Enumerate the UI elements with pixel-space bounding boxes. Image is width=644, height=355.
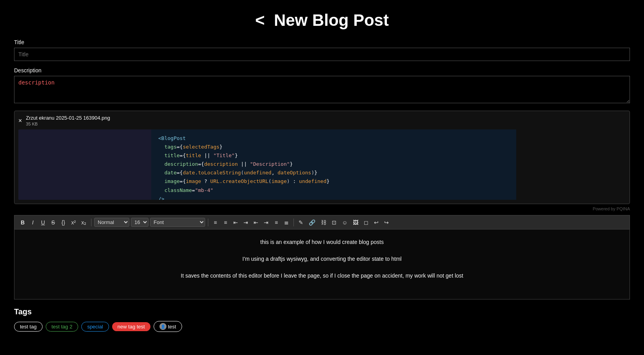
page-title: < New Blog Post: [0, 11, 644, 30]
title-input[interactable]: [14, 48, 630, 61]
tag-item-0[interactable]: test tag: [14, 322, 43, 332]
indent-decrease-button[interactable]: ⇤: [231, 219, 240, 226]
image-filesize: 35 KB: [26, 122, 110, 126]
powered-by-label: Powered by PQINA: [14, 206, 630, 211]
editor-paragraph-3: It saves the contents of this editor bef…: [26, 271, 618, 281]
image-preview: <BlogPost tags={selectedTags} title={tit…: [18, 129, 626, 200]
redo-button[interactable]: ↪: [382, 219, 391, 226]
embed-button[interactable]: ⊡: [330, 219, 338, 226]
align-justify-button[interactable]: ≣: [282, 219, 291, 226]
editor-paragraph-2: I'm using a draftjs wysiwyg, and convert…: [26, 254, 618, 264]
font-family-select[interactable]: Font Arial Times New Roman Courier: [150, 218, 205, 227]
divider-3: [293, 219, 294, 226]
image-close-button[interactable]: ×: [18, 118, 22, 124]
bold-button[interactable]: B: [18, 219, 27, 226]
editor-content[interactable]: this is an example of how I would create…: [14, 229, 630, 299]
tags-section: Tags test tag test tag 2 special new tag…: [14, 307, 630, 332]
align-right-button[interactable]: ⇥: [262, 219, 270, 226]
image-code-panel: <BlogPost tags={selectedTags} title={tit…: [151, 129, 516, 200]
page-header: < New Blog Post: [0, 0, 644, 39]
image-button[interactable]: 🖼: [351, 219, 360, 226]
tag-item-1[interactable]: test tag 2: [46, 322, 78, 332]
divider-2: [208, 219, 208, 226]
unordered-list-button[interactable]: ≡: [211, 219, 220, 226]
indent-increase-button[interactable]: ⇥: [242, 219, 250, 226]
align-center-button[interactable]: ≡: [272, 219, 281, 226]
image-filename: Zrzut ekranu 2025-01-25 163904.png: [26, 115, 110, 121]
emoji-button[interactable]: ☺: [340, 219, 349, 226]
description-textarea[interactable]: description: [14, 76, 630, 103]
highlight-button[interactable]: ✎: [297, 219, 305, 226]
undo-button[interactable]: ↩: [372, 219, 381, 226]
tag-icon: 👤: [159, 323, 166, 330]
text-style-select[interactable]: Normal Heading 1 Heading 2 Heading 3: [94, 218, 129, 227]
back-arrow[interactable]: <: [255, 11, 265, 29]
subscript-button[interactable]: x₂: [79, 219, 88, 226]
editor-toolbar: B I U S {} x² x₂ Normal Heading 1 Headin…: [14, 215, 630, 229]
unlink-button[interactable]: ⛓: [319, 219, 328, 226]
eraser-button[interactable]: ◻: [362, 219, 370, 226]
description-label: Description: [14, 67, 630, 74]
image-dark-panel: [18, 129, 151, 200]
main-content: Title Description description × Zrzut ek…: [0, 39, 644, 340]
underline-button[interactable]: U: [39, 219, 47, 226]
strikethrough-button[interactable]: S: [49, 219, 57, 226]
image-upload-area: × Zrzut ekranu 2025-01-25 163904.png 35 …: [14, 111, 630, 204]
tag-item-4[interactable]: 👤 test: [154, 321, 182, 332]
font-size-select[interactable]: 16 12 14 18 24: [131, 218, 148, 227]
editor-paragraph-1: this is an example of how I would create…: [26, 237, 618, 247]
image-right-panel: [516, 129, 626, 200]
align-left-button[interactable]: ⇤: [252, 219, 260, 226]
superscript-button[interactable]: x²: [69, 219, 78, 226]
tag-item-2[interactable]: special: [81, 322, 109, 332]
title-label: Title: [14, 39, 630, 45]
divider-1: [91, 219, 91, 226]
code-button[interactable]: {}: [59, 219, 68, 226]
tags-list: test tag test tag 2 special new tag test…: [14, 321, 630, 332]
link-button[interactable]: 🔗: [307, 219, 317, 226]
italic-button[interactable]: I: [29, 219, 37, 226]
tag-item-3[interactable]: new tag test: [112, 322, 150, 331]
ordered-list-button[interactable]: ≡: [221, 219, 230, 226]
tags-title: Tags: [14, 307, 630, 316]
